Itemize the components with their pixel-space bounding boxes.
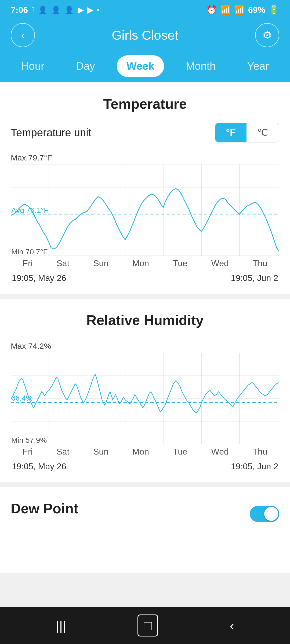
yt-icon-1: ▶ [78, 6, 84, 14]
x-label-sat: Sat [56, 258, 69, 268]
fb-icon-2: 👤 [38, 6, 48, 14]
x-label-fri: Fri [23, 258, 32, 268]
temp-date-start: 19:05, May 26 [12, 273, 66, 283]
hum-x-tue: Tue [173, 447, 187, 457]
tab-hour[interactable]: Hour [12, 55, 54, 77]
status-right: ⏰ 📶 📶 69% 🔋 [206, 5, 279, 15]
hum-x-mon: Mon [132, 447, 149, 457]
dewpoint-title-row: Dew Point [11, 500, 279, 527]
hum-x-sun: Sun [93, 447, 108, 457]
unit-fahrenheit-button[interactable]: °F [215, 123, 247, 142]
signal-icon: 📶 [234, 5, 245, 15]
fb-icon-4: 👤 [64, 6, 74, 14]
status-bar: 7:06  👤 👤 👤 ▶ ▶ • ⏰ 📶 📶 69% 🔋 [0, 0, 290, 18]
wifi-icon: 📶 [220, 5, 231, 15]
humidity-title: Relative Humidity [11, 312, 279, 328]
tab-year[interactable]: Year [237, 55, 278, 77]
alarm-icon: ⏰ [206, 5, 217, 15]
gear-icon: ⚙ [262, 29, 272, 41]
status-time: 7:06 [11, 5, 28, 15]
hum-x-wed: Wed [211, 447, 229, 457]
svg-text:Min 57.9%: Min 57.9% [11, 436, 47, 444]
dewpoint-section: Dew Point [0, 487, 290, 565]
yt-icon-2: ▶ [87, 6, 93, 14]
tab-month[interactable]: Month [176, 55, 225, 77]
status-left: 7:06  👤 👤 👤 ▶ ▶ • [11, 5, 100, 15]
humidity-max-label: Max 74.2% [11, 342, 279, 351]
temp-x-axis: Fri Sat Sun Mon Tue Wed Thu [11, 256, 279, 268]
hum-x-fri: Fri [23, 447, 32, 457]
humidity-date-end: 19:05, Jun 2 [231, 462, 278, 471]
dot-icon: • [97, 6, 100, 14]
battery-icon: 🔋 [269, 5, 279, 15]
temperature-chart: Avg 76.1°F Min 70.7°F [11, 164, 279, 256]
x-label-mon: Mon [132, 258, 149, 268]
temp-chart-svg: Avg 76.1°F Min 70.7°F [11, 164, 279, 256]
tab-day[interactable]: Day [66, 55, 105, 77]
nav-back-button[interactable]: ‹ [222, 616, 242, 636]
svg-text:66.4%: 66.4% [11, 394, 32, 402]
tab-week[interactable]: Week [117, 55, 164, 77]
dewpoint-title: Dew Point [11, 500, 78, 517]
fb-icon-1:  [32, 6, 34, 14]
nav-bar: ||| □ ‹ [0, 607, 290, 644]
main-content: Temperature Temperature unit °F ℃ Max 79… [0, 82, 290, 573]
humidity-date-start: 19:05, May 26 [12, 462, 66, 471]
header-title: Girls Closet [35, 28, 255, 43]
nav-home-button[interactable]: □ [137, 614, 158, 636]
tab-bar: Hour Day Week Month Year [0, 55, 290, 85]
x-label-thu: Thu [252, 258, 267, 268]
unit-toggle: °F ℃ [215, 123, 279, 142]
svg-text:Avg 76.1°F: Avg 76.1°F [11, 206, 48, 214]
header: ‹ Girls Closet ⚙ [0, 18, 290, 55]
svg-text:Min 70.7°F: Min 70.7°F [11, 248, 48, 256]
temp-max-label: Max 79.7°F [11, 153, 279, 162]
nav-menu-button[interactable]: ||| [48, 616, 74, 636]
hum-x-thu: Thu [252, 447, 267, 457]
x-label-sun: Sun [93, 258, 108, 268]
humidity-date-range: 19:05, May 26 19:05, Jun 2 [11, 457, 279, 471]
battery-label: 69% [248, 5, 265, 15]
dewpoint-toggle[interactable] [250, 506, 279, 522]
temperature-title: Temperature [11, 96, 279, 112]
settings-button[interactable]: ⚙ [255, 23, 279, 47]
x-label-tue: Tue [173, 258, 187, 268]
back-button[interactable]: ‹ [11, 23, 35, 47]
temperature-section: Temperature Temperature unit °F ℃ Max 79… [0, 82, 290, 299]
humidity-x-axis: Fri Sat Sun Mon Tue Wed Thu [11, 444, 279, 457]
hum-x-sat: Sat [56, 447, 69, 457]
unit-row: Temperature unit °F ℃ [11, 123, 279, 142]
back-icon: ‹ [21, 29, 24, 41]
unit-label: Temperature unit [11, 127, 91, 139]
humidity-section: Relative Humidity Max 74.2% [0, 299, 290, 487]
humidity-chart-svg: 66.4% Min 57.9% [11, 353, 279, 444]
temp-date-range: 19:05, May 26 19:05, Jun 2 [11, 268, 279, 283]
humidity-chart: 66.4% Min 57.9% [11, 353, 279, 444]
temp-date-end: 19:05, Jun 2 [231, 273, 278, 283]
toggle-knob [264, 507, 278, 521]
unit-celsius-button[interactable]: ℃ [247, 123, 279, 142]
x-label-wed: Wed [211, 258, 229, 268]
fb-icon-3: 👤 [51, 6, 61, 14]
